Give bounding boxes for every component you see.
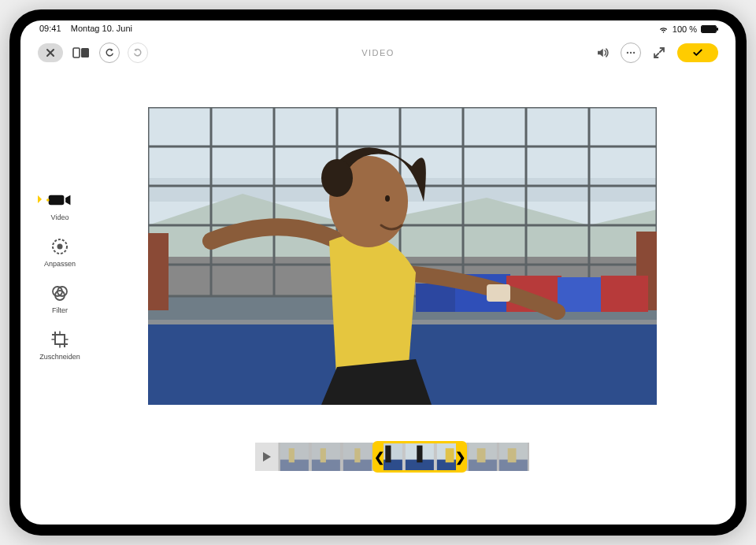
filter-icon bbox=[46, 282, 73, 304]
toolbar-left bbox=[38, 43, 148, 63]
svg-point-4 bbox=[633, 52, 635, 54]
wifi-icon bbox=[658, 24, 669, 34]
video-timeline: ❮ ❯ bbox=[255, 443, 529, 471]
video-preview[interactable] bbox=[148, 107, 657, 405]
trim-handle-right-icon[interactable]: ❯ bbox=[455, 450, 465, 465]
timeline-frames[interactable]: ❮ ❯ bbox=[279, 443, 529, 471]
active-tool-indicator bbox=[38, 195, 42, 203]
tool-crop[interactable]: Zuschneiden bbox=[39, 328, 80, 361]
volume-button[interactable] bbox=[592, 43, 613, 63]
ipad-device: 09:41 Montag 10. Juni 100 % VIDEO bbox=[9, 9, 747, 536]
trim-handle-left-icon[interactable]: ❮ bbox=[374, 450, 384, 465]
tool-adjust[interactable]: Anpassen bbox=[44, 235, 76, 268]
svg-rect-26 bbox=[148, 233, 169, 310]
tool-filter-label: Filter bbox=[52, 306, 68, 314]
svg-point-36 bbox=[385, 195, 390, 202]
svg-rect-31 bbox=[601, 276, 648, 312]
fullscreen-button[interactable] bbox=[649, 43, 669, 63]
svg-point-38 bbox=[46, 198, 50, 202]
screen: 09:41 Montag 10. Juni 100 % VIDEO bbox=[20, 20, 736, 525]
status-right: 100 % bbox=[658, 24, 717, 34]
video-icon bbox=[46, 189, 73, 211]
undo-button[interactable] bbox=[99, 43, 120, 63]
done-button[interactable] bbox=[677, 43, 718, 62]
tool-video[interactable]: Video bbox=[46, 189, 73, 221]
play-button[interactable] bbox=[255, 443, 279, 471]
svg-rect-0 bbox=[73, 48, 80, 57]
timeline-outside-right bbox=[467, 443, 530, 471]
svg-rect-37 bbox=[49, 195, 65, 206]
more-button[interactable] bbox=[621, 43, 641, 63]
battery-percent: 100 % bbox=[673, 24, 697, 34]
tool-filter[interactable]: Filter bbox=[46, 282, 73, 314]
svg-point-40 bbox=[57, 244, 63, 250]
cancel-button[interactable] bbox=[38, 43, 63, 62]
svg-rect-1 bbox=[81, 48, 89, 57]
edit-tools-rail: Video Anpassen Filter Zuschneiden bbox=[38, 189, 82, 375]
status-bar: 09:41 Montag 10. Juni 100 % bbox=[20, 24, 736, 34]
redo-button[interactable] bbox=[128, 43, 148, 63]
tool-crop-label: Zuschneiden bbox=[39, 353, 80, 361]
adjust-icon bbox=[46, 235, 73, 258]
battery-icon bbox=[701, 25, 717, 33]
toolbar: VIDEO bbox=[20, 39, 736, 66]
aspect-ratio-button[interactable] bbox=[71, 43, 91, 63]
trim-selection[interactable]: ❮ ❯ bbox=[372, 441, 466, 473]
svg-point-35 bbox=[321, 159, 353, 197]
crop-icon bbox=[46, 328, 73, 350]
status-time: 09:41 bbox=[39, 24, 61, 33]
svg-point-2 bbox=[627, 52, 628, 54]
svg-point-3 bbox=[630, 52, 632, 54]
toolbar-right bbox=[592, 43, 718, 63]
svg-rect-33 bbox=[487, 284, 510, 302]
tool-video-label: Video bbox=[51, 213, 69, 221]
timeline-outside-left bbox=[279, 443, 372, 471]
svg-rect-32 bbox=[416, 284, 455, 312]
status-date: Montag 10. Juni bbox=[71, 24, 132, 33]
tool-adjust-label: Anpassen bbox=[44, 260, 76, 268]
status-left: 09:41 Montag 10. Juni bbox=[39, 24, 132, 34]
